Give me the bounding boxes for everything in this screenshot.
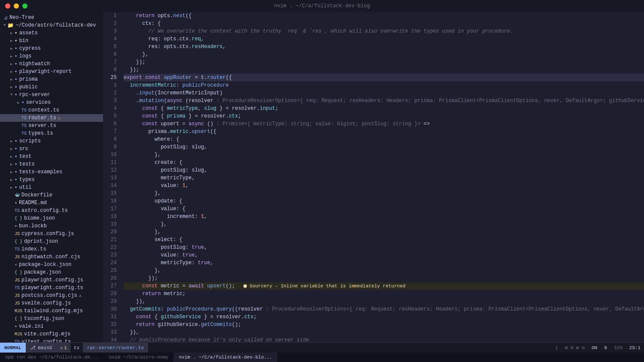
sidebar-item-astro-config[interactable]: TS astro.config.ts [0,207,103,214]
sidebar-item-assets[interactable]: ▶ ▪ assets [0,29,103,37]
sidebar-item-test[interactable]: ▶ ▪ test [0,153,103,160]
titlebar: nvim . ~/C/a/fullstack-dev-blog [0,0,644,12]
maximize-button[interactable] [22,3,27,9]
format-icon: ⊞ ⊟ ⊠ ⊡ [565,345,585,350]
encoding-status: ON [588,343,601,353]
sidebar-item-vale-ini[interactable]: ▪ vale.ini [0,323,103,330]
sidebar-item-biome-json[interactable]: { } biome.json [0,214,103,222]
scroll-percent: 32% [611,343,626,353]
minimize-button[interactable] [14,3,19,9]
sidebar-item-dockerfile[interactable]: 🐳 Dockerfile [0,191,103,199]
titlebar-buttons [5,3,27,9]
sidebar-item-index-ts[interactable]: TS index.ts [0,245,103,253]
git-icon: ⎇ [30,345,36,350]
window-title: nvim . ~/C/a/fullstack-dev-blog [274,3,370,9]
sidebar-item-nightwatch-conf[interactable]: JS nightwatch.conf.cjs [0,253,103,261]
sidebar-item-tailwind-config[interactable]: MJS tailwind.config.mjs [0,307,103,315]
editor-area: 1 2 3 4 5 6 7 8 25 1 2 3 4 5 6 [103,12,644,342]
sidebar-item-bun-lockb[interactable]: ▪ bun.lockb [0,222,103,230]
sidebar-item-cypress[interactable]: ▶ ▪ cypress [0,45,103,52]
file-path: rpc-server/router.ts [83,343,148,353]
sidebar-item-server-ts[interactable]: TS server.ts [0,122,103,130]
sidebar-item-postcss-config[interactable]: JS postcss.config.cjs ⚠ [0,292,103,299]
terminal-tab-3[interactable]: nvim . ~/C/a/fullstack-dev-blo... [173,353,277,362]
main-layout: ⊿ Neo-Tree ▼ 📁 ~/Code/astro/fullstack-de… [0,12,644,342]
neotree-header: ⊿ Neo-Tree [0,14,103,21]
sidebar-item-playwright-config-ts[interactable]: TS playwright.config.ts [0,284,103,292]
git-branch: ⎇ main2 [26,343,57,353]
sidebar-item-services[interactable]: ▶ ▪ services [0,99,103,106]
sidebar-item-types[interactable]: ▶ ▪ types [0,176,103,184]
sidebar-item-tests[interactable]: ▶ ▪ tests [0,160,103,168]
sidebar-item-playwright-report[interactable]: ▶ ▪ playwright-report [0,68,103,75]
sidebar-item-tsconfig[interactable]: { } tsconfig.json [0,315,103,323]
sidebar-item-rpc-server[interactable]: ▼ ▪ rpc-server [0,91,103,99]
line-number: 9 [601,343,611,353]
statusbar: NORMAL ⎇ main2 ⚠ 1 ts rpc-server/router.… [0,342,644,353]
warning-icon: ⚠ [58,115,61,121]
sidebar-item-router-ts[interactable]: TS router.ts ⚠ [0,114,103,122]
sidebar-item-tests-examples[interactable]: ▶ ▪ tests-examples [0,168,103,176]
sidebar-item-svelte-config[interactable]: JS svelte.config.js [0,299,103,307]
sidebar-item-logs[interactable]: ▶ ▪ logs [0,52,103,60]
status-right: 1 ⊞ ⊟ ⊠ ⊡ ON 9 32% 25:1 [552,343,644,353]
line-numbers: 1 2 3 4 5 6 7 8 25 1 2 3 4 5 6 [103,12,120,342]
sidebar-item-public[interactable]: ▶ ▪ public [0,83,103,91]
sidebar-item-package-lock[interactable]: ▪ package-lock.json [0,261,103,268]
cursor-position: 25:1 [626,343,644,353]
terminal-tabbar: npm run dev ~/C/a/fullstack-de... nvim ~… [0,353,644,362]
sidebar-item-package-json[interactable]: { } package.json [0,268,103,276]
sidebar-item-vitest-config[interactable]: TS vitest.config.ts [0,338,103,342]
warning-triangle-icon: ⚠ [60,345,63,350]
root-path-item[interactable]: ▼ 📁 ~/Code/astro/fullstack-dev [0,21,103,29]
sidebar-item-bin[interactable]: ▶ ▪ bin [0,37,103,45]
sidebar-item-playwright-config-js[interactable]: JS playwright.config.js [0,276,103,284]
code-content[interactable]: return opts.next({ ctx: { // We overwrit… [120,12,644,342]
status-icons: ⊞ ⊟ ⊠ ⊡ [562,343,588,353]
status-pos: 1 [552,343,562,353]
sidebar-item-cypress-config[interactable]: JS cypress.config.js [0,230,103,238]
sidebar-item-context-ts[interactable]: TS context.ts [0,106,103,114]
terminal-tab-1[interactable]: npm run dev ~/C/a/fullstack-de... [0,353,104,362]
sidebar-item-scripts[interactable]: ▶ ▪ scripts [0,137,103,145]
sidebar-item-dprint-json[interactable]: { } dprint.json [0,238,103,245]
terminal-tab-2[interactable]: nvim ~/C/a/astro-nomy [104,353,174,362]
warning-count: ⚠ 1 [57,343,70,353]
sidebar-item-types-ts[interactable]: TS types.ts [0,130,103,137]
status-left: NORMAL ⎇ main2 ⚠ 1 ts rpc-server/router.… [0,343,148,353]
sidebar-item-util[interactable]: ▶ ▪ util [0,184,103,191]
file-tree-sidebar[interactable]: ⊿ Neo-Tree ▼ 📁 ~/Code/astro/fullstack-de… [0,12,103,342]
code-container[interactable]: 1 2 3 4 5 6 7 8 25 1 2 3 4 5 6 [103,12,644,342]
sidebar-item-readme[interactable]: ▪ README.md [0,199,103,207]
sidebar-item-prisma[interactable]: ▶ ▪ prisma [0,75,103,83]
vim-mode: NORMAL [0,343,26,353]
warning-icon: ⚠ [79,293,82,298]
file-type: ts [70,343,83,353]
close-button[interactable] [5,3,10,9]
sidebar-item-nightwatch[interactable]: ▶ ▪ nightwatch [0,60,103,68]
sidebar-item-vite-config[interactable]: MJS vite.config.mjs [0,330,103,338]
sidebar-item-src[interactable]: ▶ ▪ src [0,145,103,153]
